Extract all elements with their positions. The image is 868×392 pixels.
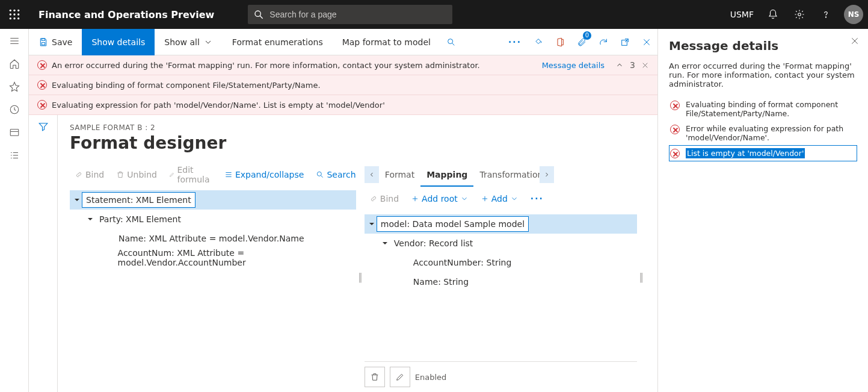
avatar[interactable]: NS (844, 5, 863, 24)
edit-formula-button[interactable]: Edit formula (164, 165, 217, 184)
help-icon[interactable] (813, 0, 839, 29)
collapse-icon[interactable] (72, 195, 82, 205)
add-root-button[interactable]: Add root (406, 189, 473, 208)
home-icon[interactable] (8, 58, 20, 70)
pencil-icon (169, 170, 175, 179)
tree-node[interactable]: Name: String (365, 272, 637, 291)
tree-node[interactable]: Vendor: Record list (365, 234, 637, 253)
delete-button[interactable] (365, 367, 385, 387)
search-icon (446, 37, 456, 47)
more-icon: ··· (531, 194, 544, 204)
unbind-button[interactable]: Unbind (111, 165, 162, 184)
overflow-button[interactable]: ··· (502, 29, 528, 55)
format-tree: Statement: XML Element Party: XML Elemen… (70, 187, 356, 267)
format-enumerations-button[interactable]: Format enumerations (223, 29, 333, 55)
tree-node[interactable]: AccountNum: XML Attribute = model.Vendor… (70, 248, 356, 267)
gear-icon[interactable] (786, 0, 813, 29)
popout-icon (620, 37, 630, 47)
svg-rect-17 (10, 129, 19, 136)
chevron-left-icon (368, 171, 375, 178)
main-area: Save Show details Show all Format enumer… (29, 29, 657, 392)
clock-icon[interactable] (8, 104, 20, 116)
collapse-icon[interactable] (380, 238, 390, 248)
save-icon (38, 37, 48, 47)
bind-button[interactable]: Bind (365, 189, 404, 208)
tree-node[interactable]: model: Data model Sample model (365, 214, 637, 234)
details-item[interactable]: Evaluating binding of format component F… (669, 97, 857, 121)
search-icon (254, 10, 263, 19)
show-details-button[interactable]: Show details (82, 29, 155, 55)
search-input[interactable] (268, 9, 446, 20)
message-row: Evaluating expression for path 'model/Ve… (29, 95, 657, 114)
search-icon (316, 170, 324, 179)
refresh-button[interactable] (593, 29, 614, 55)
message-details-link[interactable]: Message details (542, 61, 605, 70)
chevron-down-icon (460, 194, 469, 203)
map-format-button[interactable]: Map format to model (333, 29, 440, 55)
property-bar: Enabled (365, 361, 637, 392)
svg-point-0 (10, 10, 11, 11)
close-icon[interactable] (850, 36, 860, 46)
svg-line-28 (452, 43, 454, 45)
waffle-icon[interactable] (0, 0, 29, 29)
tab-prev[interactable] (365, 166, 379, 183)
svg-point-7 (13, 17, 15, 19)
svg-line-10 (260, 16, 263, 19)
svg-point-1 (13, 10, 15, 11)
chevron-up-icon[interactable] (615, 61, 624, 69)
hamburger-icon[interactable] (8, 35, 20, 47)
close-button[interactable] (636, 29, 657, 55)
svg-line-38 (321, 175, 323, 177)
svg-point-12 (825, 17, 826, 17)
close-icon[interactable] (641, 61, 649, 69)
bell-icon[interactable] (760, 0, 786, 29)
tab-format[interactable]: Format (379, 163, 420, 187)
collapse-icon[interactable] (367, 219, 377, 229)
svg-rect-26 (42, 42, 45, 45)
details-item[interactable]: List is empty at 'model/Vendor' (669, 145, 857, 161)
show-all-button[interactable]: Show all (155, 29, 223, 55)
error-icon (670, 101, 680, 110)
message-text: An error occurred during the 'Format map… (52, 61, 537, 70)
tree-node[interactable]: Statement: XML Element (70, 190, 356, 210)
expand-collapse-button[interactable]: Expand/collapse (220, 165, 309, 184)
error-icon (37, 60, 47, 70)
star-icon[interactable] (8, 81, 20, 93)
modules-icon[interactable] (8, 149, 20, 161)
filter-icon[interactable] (38, 121, 49, 132)
chevron-down-icon (510, 194, 519, 203)
link-icon (75, 170, 83, 179)
search-box[interactable] (248, 5, 452, 24)
svg-point-6 (10, 17, 11, 19)
bind-button[interactable]: Bind (70, 165, 109, 184)
office-button[interactable] (549, 29, 571, 55)
tree-search-button[interactable]: Search (311, 165, 360, 184)
find-button[interactable] (440, 29, 462, 55)
command-bar: Save Show details Show all Format enumer… (29, 29, 657, 55)
diamond-button[interactable] (528, 29, 549, 55)
refresh-icon (599, 37, 608, 47)
edit-button[interactable] (390, 367, 410, 387)
more-button[interactable]: ··· (526, 189, 549, 208)
splitter-right[interactable]: ║ (637, 163, 645, 392)
save-button[interactable]: Save (29, 29, 82, 55)
popout-button[interactable] (614, 29, 636, 55)
tree-node[interactable]: AccountNumber: String (365, 253, 637, 272)
message-row: Evaluating binding of format component F… (29, 75, 657, 95)
svg-point-2 (17, 10, 19, 11)
chevron-right-icon (543, 171, 550, 178)
tab-mapping[interactable]: Mapping (420, 163, 473, 187)
close-icon (642, 37, 651, 47)
company-picker[interactable]: USMF (724, 10, 760, 19)
add-button[interactable]: Add (476, 189, 523, 208)
tab-next[interactable] (540, 166, 554, 183)
tab-transformations[interactable]: Transformations (473, 163, 540, 187)
tree-node[interactable]: Party: XML Element (70, 210, 356, 229)
error-icon (37, 100, 47, 110)
details-item[interactable]: Error while evaluating expression for pa… (669, 121, 857, 145)
more-icon: ··· (508, 37, 522, 47)
attachments-button[interactable] (571, 29, 593, 55)
collapse-icon[interactable] (85, 214, 95, 224)
workspace-icon[interactable] (8, 126, 20, 138)
splitter[interactable]: ║ (356, 163, 365, 392)
